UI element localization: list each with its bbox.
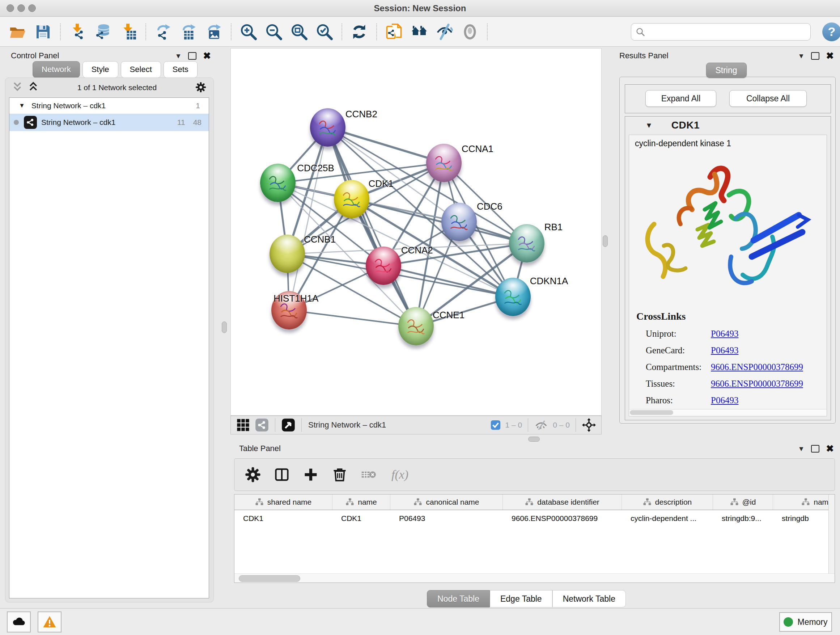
- tab-network-table[interactable]: Network Table: [553, 590, 626, 608]
- network-node-CCNA2[interactable]: [366, 247, 401, 285]
- open-file-button[interactable]: [7, 21, 28, 42]
- panel-divider-handle[interactable]: [222, 321, 227, 333]
- tab-sets[interactable]: Sets: [164, 61, 197, 78]
- column-header-name[interactable]: name: [332, 494, 390, 510]
- panel-divider-handle[interactable]: [528, 437, 540, 442]
- table-vertical-scrollbar[interactable]: [829, 494, 835, 583]
- zoom-out-button[interactable]: [264, 21, 284, 42]
- import-database-button[interactable]: [93, 21, 114, 42]
- expand-all-button[interactable]: Expand All: [645, 90, 716, 107]
- cloud-status-button[interactable]: [7, 611, 31, 632]
- panel-collapse-icon[interactable]: ▼: [175, 52, 182, 59]
- tab-string[interactable]: String: [706, 63, 747, 78]
- table-horizontal-scrollbar[interactable]: [234, 573, 835, 583]
- panel-divider-handle[interactable]: [603, 235, 608, 247]
- tab-node-table[interactable]: Node Table: [427, 590, 490, 608]
- panel-collapse-icon[interactable]: ▼: [798, 52, 805, 59]
- zoom-fit-button[interactable]: [289, 21, 309, 42]
- table-row[interactable]: CDK1CDK1P064939606.ENSP00000378699cyclin…: [234, 510, 835, 527]
- string-document-button[interactable]: [384, 21, 404, 42]
- function-builder-button[interactable]: f(x): [392, 468, 409, 481]
- column-header--id[interactable]: @id: [713, 494, 773, 510]
- gene-entry-header[interactable]: ▼ CDK1: [625, 117, 831, 134]
- collapse-all-button[interactable]: Collapse All: [729, 90, 807, 107]
- network-row-selected[interactable]: String Network – cdk1 11 48: [9, 114, 209, 131]
- panel-float-icon[interactable]: [188, 52, 196, 60]
- move-crosshair-icon[interactable]: [581, 417, 597, 433]
- table-cell[interactable]: cyclin-dependent ...: [622, 510, 713, 527]
- panel-float-icon[interactable]: [811, 52, 819, 60]
- grayscale-view-button[interactable]: [459, 21, 480, 42]
- zoom-in-button[interactable]: [238, 21, 259, 42]
- collapse-all-networks-icon[interactable]: [12, 81, 23, 94]
- birdseye-icon[interactable]: [280, 417, 296, 433]
- delete-column-button[interactable]: [360, 466, 377, 483]
- tab-network[interactable]: Network: [33, 61, 80, 78]
- column-header-description[interactable]: description: [622, 494, 713, 510]
- gear-button[interactable]: [245, 466, 261, 483]
- trash-button[interactable]: [332, 466, 348, 483]
- eye-hidden-icon[interactable]: [533, 417, 549, 433]
- network-edge[interactable]: [289, 310, 416, 326]
- string-home-button[interactable]: [409, 21, 430, 42]
- expand-all-networks-icon[interactable]: [28, 81, 39, 94]
- export-table-button[interactable]: [178, 21, 199, 42]
- import-network-button[interactable]: [67, 21, 88, 42]
- column-header-namespace[interactable]: namespace: [773, 494, 835, 510]
- plus-button[interactable]: [302, 466, 319, 483]
- network-node-RB1[interactable]: [509, 224, 545, 263]
- crosslink-link[interactable]: 9606.ENSP00000378699: [711, 379, 803, 389]
- network-options-gear-icon[interactable]: [195, 82, 207, 93]
- tab-style[interactable]: Style: [82, 61, 118, 78]
- network-node-CDC6[interactable]: [441, 203, 477, 241]
- panel-close-icon[interactable]: ✖: [826, 51, 834, 60]
- zoom-selected-button[interactable]: [314, 21, 335, 42]
- search-input[interactable]: [648, 27, 807, 37]
- network-node-CDC25B[interactable]: [260, 164, 295, 202]
- save-session-button[interactable]: [33, 21, 54, 42]
- network-node-CCNE1[interactable]: [398, 307, 434, 345]
- network-node-CCNB1[interactable]: [270, 234, 305, 273]
- entry-collapse-icon[interactable]: ▼: [645, 121, 653, 130]
- results-horizontal-scrollbar[interactable]: [629, 409, 827, 416]
- tab-select[interactable]: Select: [121, 61, 161, 78]
- table-cell[interactable]: CDK1: [332, 510, 390, 527]
- share-badge-icon[interactable]: [254, 417, 270, 433]
- column-header-shared-name[interactable]: shared name: [234, 494, 332, 510]
- network-node-CCNB2[interactable]: [310, 108, 346, 147]
- panel-close-icon[interactable]: ✖: [203, 51, 211, 60]
- panel-float-icon[interactable]: [811, 445, 819, 453]
- import-table-button[interactable]: [118, 21, 139, 42]
- help-button[interactable]: ?: [822, 22, 840, 41]
- crosslink-link[interactable]: P06493: [711, 395, 738, 405]
- network-node-CCNA1[interactable]: [426, 144, 462, 182]
- panel-close-icon[interactable]: ✖: [826, 444, 834, 453]
- grid-view-icon[interactable]: [235, 417, 251, 433]
- tree-expand-icon[interactable]: ▼: [19, 102, 25, 109]
- memory-button[interactable]: Memory: [779, 612, 832, 632]
- column-header-database-identifier[interactable]: database identifier: [503, 494, 622, 510]
- export-image-button[interactable]: [203, 21, 224, 42]
- columns-button[interactable]: [273, 466, 290, 483]
- table-cell[interactable]: P06493: [390, 510, 503, 527]
- table-cell[interactable]: 9606.ENSP00000378699: [503, 510, 622, 527]
- network-edge[interactable]: [289, 127, 328, 310]
- hide-selected-button[interactable]: [434, 21, 455, 42]
- crosslink-link[interactable]: P06493: [711, 345, 738, 356]
- scrollbar-thumb[interactable]: [630, 410, 673, 415]
- network-collection-row[interactable]: ▼ String Network – cdk1 1: [9, 98, 209, 114]
- refresh-layout-button[interactable]: [349, 21, 370, 42]
- network-edge[interactable]: [328, 127, 416, 326]
- crosslink-link[interactable]: 9606.ENSP00000378699: [711, 362, 803, 372]
- table-cell[interactable]: stringdb: [773, 510, 835, 527]
- network-node-CDK1[interactable]: [334, 180, 369, 218]
- network-canvas[interactable]: CCNB2CCNA1CDC25BCDK1CDC6RB1CCNB1CCNA2CDK…: [231, 48, 602, 416]
- table-cell[interactable]: stringdb:9...: [713, 510, 773, 527]
- warnings-button[interactable]: [38, 611, 62, 632]
- crosslink-link[interactable]: P06493: [711, 329, 738, 339]
- selected-checkbox-icon[interactable]: [489, 417, 502, 433]
- panel-collapse-icon[interactable]: ▼: [798, 445, 805, 452]
- scrollbar-thumb[interactable]: [239, 575, 300, 582]
- export-network-button[interactable]: [153, 21, 174, 42]
- table-cell[interactable]: CDK1: [234, 510, 332, 527]
